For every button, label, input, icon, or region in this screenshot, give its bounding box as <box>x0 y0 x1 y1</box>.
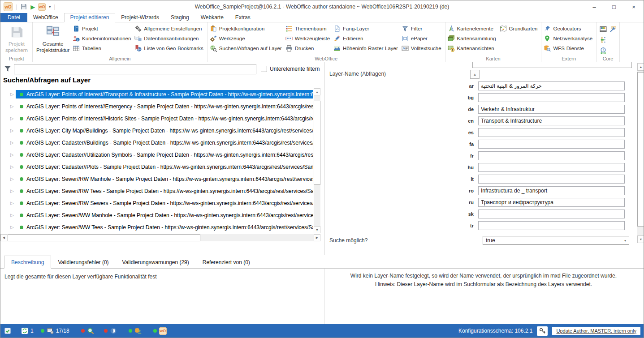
close-button[interactable]: × <box>624 1 644 13</box>
layer-name-input[interactable] <box>478 198 625 207</box>
ribbon-item-themenbaum[interactable]: Themenbaum <box>285 24 333 34</box>
quick-access-dropdown-icon[interactable]: ▾ <box>49 5 51 9</box>
tree-row[interactable]: ▷ ArcGIS Layer: Cadaster//Buildings - Sa… <box>0 137 313 149</box>
maximize-button[interactable]: □ <box>604 1 624 13</box>
filter-input[interactable] <box>14 64 256 74</box>
ribbon-item-epaper[interactable]: ePaper <box>401 34 444 43</box>
scroll-down-icon[interactable]: ▼ <box>314 226 320 233</box>
tree-row[interactable]: ▷ ArcGIS Layer: Sewer//RW Sewers - Sampl… <box>0 197 313 209</box>
collapse-button[interactable]: ▲ <box>470 70 480 79</box>
run-icon[interactable]: ▶ <box>30 4 35 10</box>
core-wrench-icon[interactable] <box>609 26 617 33</box>
tree-row-body[interactable]: ArcGIS Layer: Sewer//RW Manhole - Sample… <box>16 175 313 183</box>
ribbon-item-kartenansichten[interactable]: Kartenansichten <box>447 43 499 53</box>
ribbon-item-kartensammlung[interactable]: Kartensammlung <box>447 34 499 43</box>
ribbon-item-drucken[interactable]: Drucken <box>285 43 333 53</box>
tree-row-body[interactable]: ArcGIS Layer: Cadaster//Utilization Symb… <box>16 150 313 159</box>
tree-row[interactable]: ▷ ArcGIS Layer: Sewer//WW Tees - Sample … <box>0 221 313 233</box>
layer-name-input[interactable] <box>478 116 625 125</box>
layer-name-input[interactable] <box>478 175 625 184</box>
tree-row-body[interactable]: ArcGIS Layer: Sewer//WW Tees - Sample Pr… <box>16 223 313 231</box>
scroll-down-icon[interactable]: ▼ <box>637 235 644 243</box>
ribbon-item-editieren[interactable]: Editieren <box>333 34 401 43</box>
ribbon-item-tabellen[interactable]: Tabellen <box>72 43 134 53</box>
minimize-button[interactable]: – <box>584 1 604 13</box>
expand-arrow-icon[interactable]: ▷ <box>10 92 16 97</box>
layer-name-input[interactable] <box>478 93 625 102</box>
tab-validierungsfehler[interactable]: Validierungsfehler (0) <box>51 256 115 268</box>
panel-vertical-scrollbar[interactable]: ▲ ▼ <box>637 63 644 243</box>
ribbon-item-hoeheninfo[interactable]: Höheninfo-Raster-Layer <box>333 43 401 53</box>
scrollbar-thumb[interactable] <box>314 101 320 185</box>
ribbon-item-projekt[interactable]: Projekt <box>72 24 134 34</box>
tree-row-body[interactable]: ArcGIS Layer: Cadaster//Buildings - Samp… <box>16 138 313 147</box>
scrollbar-thumb[interactable] <box>8 234 200 241</box>
ribbon-item-netzwerkanalyse[interactable]: Netzwerkanalyse <box>543 34 595 43</box>
tree-row[interactable]: ▷ ArcGIS Layer: Sewer//WW Manhole - Samp… <box>0 209 313 221</box>
scroll-up-icon[interactable]: ▲ <box>314 88 320 95</box>
tree-row[interactable]: ▷ ArcGIS Layer: Cadaster//Utilization Sy… <box>0 149 313 161</box>
tree-row-body[interactable]: ArcGIS Layer: City Map//Buildings - Samp… <box>16 126 313 135</box>
expand-arrow-icon[interactable]: ▷ <box>10 152 16 157</box>
ribbon-item-kundeninformationen[interactable]: Kundeninformationen <box>72 34 134 43</box>
expand-arrow-icon[interactable]: ▷ <box>10 104 16 109</box>
tab-datei[interactable]: Datei <box>0 13 27 22</box>
tab-extras[interactable]: Extras <box>229 13 256 22</box>
tree-row-body[interactable]: ArcGIS Layer: Sewer//RW Tees - Sample Pr… <box>16 187 313 195</box>
ribbon-item-werkzeuge[interactable]: Werkzeuge <box>209 34 285 43</box>
save-icon[interactable] <box>20 3 27 10</box>
ribbon-item-volltextsuche[interactable]: Volltextsuche <box>401 43 444 53</box>
scrollbar-thumb[interactable] <box>637 72 644 227</box>
layer-name-input[interactable] <box>478 128 625 137</box>
expand-arrow-icon[interactable]: ▷ <box>10 128 16 133</box>
tab-referenziert-von[interactable]: Referenziert von (0) <box>196 256 257 268</box>
core-spacing-icon[interactable] <box>600 36 607 43</box>
tree-row[interactable]: ▷ ArcGIS Layer: Sewer//RW Tees - Sample … <box>0 185 313 197</box>
tree-row[interactable]: ▷ ArcGIS Layer: Cadaster//Plots - Sample… <box>0 161 313 173</box>
tree-vertical-scrollbar[interactable]: ▲ ▼ <box>314 88 320 233</box>
weboffice-author-icon[interactable]: wO <box>38 3 46 11</box>
expand-arrow-icon[interactable]: ▷ <box>10 116 16 121</box>
expand-arrow-icon[interactable]: ▷ <box>10 188 16 193</box>
tree-row-body[interactable]: ArcGIS Layer: Sewer//WW Manhole - Sample… <box>16 211 313 219</box>
ribbon-item-geolocators[interactable]: Geolocators <box>543 24 595 34</box>
tab-weboffice[interactable]: WebOffice <box>27 13 64 22</box>
update-info-button[interactable]: Update Author, MASTER, intern only <box>552 327 640 335</box>
expand-arrow-icon[interactable]: ▷ <box>10 213 16 218</box>
tab-beschreibung[interactable]: Beschreibung <box>4 256 51 269</box>
tree-horizontal-scrollbar[interactable]: ◀ ▶ <box>0 234 320 241</box>
layer-name-input[interactable] <box>478 210 625 218</box>
scroll-up-icon[interactable]: ▲ <box>637 63 644 71</box>
layer-name-input[interactable] <box>478 151 625 160</box>
ribbon-item-filter[interactable]: Filter <box>401 24 444 34</box>
ribbon-item-kartenelemente[interactable]: Kartenelemente <box>447 24 499 34</box>
projekt-speichern-button[interactable]: Projekt speichern <box>2 24 31 54</box>
tree-row[interactable]: ▷ ArcGIS Layer: Points of Interest//Emer… <box>0 100 313 112</box>
tree-row[interactable]: ▷ ArcGIS Layer: Points of Interest//Hist… <box>0 112 313 124</box>
layer-name-input[interactable] <box>478 186 625 195</box>
ribbon-item-suchen-abfragen[interactable]: Suchen/Abfragen auf Layer <box>209 43 285 53</box>
suche-moeglich-dropdown[interactable]: true ▾ <box>483 236 629 245</box>
tab-validierungswarnungen[interactable]: Validierungswarnungen (29) <box>116 256 196 268</box>
ribbon-item-datenbankanbindungen[interactable]: Datenbankanbindungen <box>134 34 206 43</box>
ribbon-item-fang-layer[interactable]: Fang-Layer <box>333 24 401 34</box>
tree-row-body[interactable]: ArcGIS Layer: Points of Interest//Emerge… <box>16 102 313 111</box>
ribbon-item-allgemeine-einstellungen[interactable]: Allgemeine Einstellungen <box>134 24 206 34</box>
tree-row-body[interactable]: ArcGIS Layer: Points of Interest//Transp… <box>16 90 313 98</box>
ribbon-item-grundkarten[interactable]: Grundkarten <box>499 24 540 34</box>
tree-row[interactable]: ▷ ArcGIS Layer: City Map//Buildings - Sa… <box>0 124 313 137</box>
keys-button[interactable] <box>537 326 548 336</box>
unterelemente-filtern-checkbox[interactable] <box>261 66 267 72</box>
layer-name-input[interactable] <box>478 105 625 114</box>
expand-arrow-icon[interactable]: ▷ <box>10 176 16 181</box>
scroll-right-icon[interactable]: ▶ <box>314 234 320 241</box>
expand-arrow-icon[interactable]: ▷ <box>10 201 16 205</box>
layer-name-input[interactable] <box>478 81 625 90</box>
tree-row-body[interactable]: ArcGIS Layer: Sewer//RW Sewers - Sample … <box>16 199 313 207</box>
layer-name-input[interactable] <box>478 140 625 149</box>
layer-name-input[interactable] <box>478 163 625 172</box>
expand-arrow-icon[interactable]: ▷ <box>10 164 16 169</box>
tab-projekt-editieren[interactable]: Projekt editieren <box>64 13 116 22</box>
ribbon-item-projektkonfiguration[interactable]: Projektkonfiguration <box>209 24 285 34</box>
expand-arrow-icon[interactable]: ▷ <box>10 225 16 230</box>
